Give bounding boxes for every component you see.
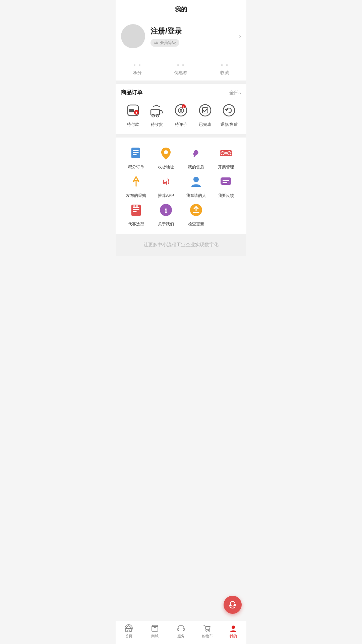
service-about[interactable]: i 关于我们 — [151, 201, 181, 227]
stat-points-value: - - — [116, 61, 159, 68]
services-grid-row3: 代客选型 i 关于我们 检查更新 — [121, 201, 241, 227]
page-title: 我的 — [116, 0, 246, 17]
address-label: 收货地址 — [158, 164, 174, 170]
about-icon: i — [159, 203, 173, 217]
about-label: 关于我们 — [158, 221, 174, 227]
orders-more-arrow: › — [239, 90, 241, 96]
proxy-select-label: 代客选型 — [128, 221, 144, 227]
pending-receive-icon — [149, 103, 164, 118]
service-recommend-app[interactable]: 推荐APP — [151, 173, 181, 199]
svg-text:!: ! — [183, 105, 184, 108]
footer-slogan: 让更多中小流程工业企业实现数字化 — [116, 234, 246, 256]
svg-rect-24 — [225, 152, 227, 154]
completed-label: 已完成 — [199, 122, 211, 127]
orders-section: 商品订单 全部 › ¥ 待付款 — [116, 84, 246, 134]
feedback-icon — [219, 174, 233, 189]
aftersale-icon — [189, 146, 203, 160]
service-points-order[interactable]: 积分订单 — [121, 144, 151, 170]
points-order-label: 积分订单 — [128, 164, 144, 170]
proxy-select-icon-wrap — [127, 201, 145, 219]
order-refund[interactable]: 退款/售后 — [218, 102, 240, 127]
invoice-label: 开票管理 — [218, 164, 234, 170]
orders-title: 商品订单 — [121, 89, 142, 96]
stat-coupons-label: 优惠券 — [159, 70, 202, 76]
avatar — [121, 24, 145, 48]
points-order-icon-wrap — [127, 144, 145, 162]
check-update-label: 检查更新 — [188, 221, 204, 227]
publish-purchase-label: 发布的采购 — [126, 193, 146, 199]
refund-icon-wrap — [220, 102, 238, 119]
profile-section[interactable]: 注册/登录 会员等级 › — [116, 17, 246, 55]
svg-point-20 — [164, 150, 168, 154]
service-invited[interactable]: 我邀请的人 — [181, 173, 211, 199]
invoice-icon — [219, 146, 233, 160]
recommend-app-icon — [159, 174, 173, 189]
svg-text:¥: ¥ — [135, 111, 137, 114]
stat-points[interactable]: - - 积分 — [116, 55, 159, 80]
completed-icon-wrap — [196, 102, 214, 119]
address-icon-wrap — [157, 144, 175, 162]
stat-coupons-value: - - — [159, 61, 202, 68]
pending-pay-icon-wrap: ¥ — [124, 102, 142, 119]
service-feedback[interactable]: 我要反馈 — [211, 173, 241, 199]
svg-rect-17 — [133, 152, 139, 153]
service-check-update[interactable]: 检查更新 — [181, 201, 211, 227]
order-pending-review[interactable]: ! 待评价 — [170, 102, 192, 127]
member-label: 会员等级 — [160, 40, 176, 46]
svg-rect-28 — [223, 180, 229, 181]
stat-favorites-label: 收藏 — [203, 70, 246, 76]
stat-favorites[interactable]: - - 收藏 — [203, 55, 246, 80]
svg-rect-35 — [136, 205, 138, 207]
feedback-icon-wrap — [217, 173, 235, 190]
pending-review-label: 待评价 — [175, 122, 187, 127]
aftersale-label: 我的售后 — [188, 164, 204, 170]
service-publish-purchase[interactable]: 发布的采购 — [121, 173, 151, 199]
pending-receive-label: 待收货 — [151, 122, 163, 127]
svg-rect-32 — [133, 209, 139, 210]
crown-icon — [154, 40, 159, 45]
divider-1 — [116, 80, 246, 84]
divider-2 — [116, 134, 246, 138]
services-grid-row1: 积分订单 收货地址 我的售后 — [121, 144, 241, 170]
profile-name: 注册/登录 — [150, 26, 241, 36]
order-icons-row: ¥ 待付款 待收货 — [121, 102, 241, 134]
order-pending-receive[interactable]: 待收货 — [146, 102, 168, 127]
stat-favorites-value: - - — [203, 61, 246, 68]
points-order-icon — [129, 146, 143, 160]
invited-icon-wrap — [187, 173, 205, 190]
completed-icon — [198, 103, 213, 118]
feedback-label: 我要反馈 — [218, 193, 234, 199]
service-address[interactable]: 收货地址 — [151, 144, 181, 170]
address-icon — [159, 146, 173, 160]
stat-coupons[interactable]: - - 优惠券 — [159, 55, 203, 80]
svg-point-9 — [180, 109, 182, 111]
check-update-icon-wrap — [187, 201, 205, 219]
svg-rect-16 — [133, 150, 139, 151]
publish-purchase-icon — [129, 174, 143, 189]
invited-icon — [189, 174, 203, 189]
svg-rect-1 — [129, 109, 134, 112]
pending-pay-icon: ¥ — [126, 103, 140, 118]
svg-rect-33 — [133, 211, 137, 212]
order-completed[interactable]: 已完成 — [194, 102, 216, 127]
orders-header: 商品订单 全部 › — [121, 89, 241, 96]
stats-section: - - 积分 - - 优惠券 - - 收藏 — [116, 55, 246, 80]
svg-point-14 — [223, 105, 235, 116]
service-proxy-select[interactable]: 代客选型 — [121, 201, 151, 227]
publish-purchase-icon-wrap — [127, 173, 145, 190]
aftersale-icon-wrap — [187, 144, 205, 162]
check-update-icon — [189, 203, 203, 217]
proxy-select-icon — [129, 203, 143, 217]
service-invoice[interactable]: 开票管理 — [211, 144, 241, 170]
pending-pay-label: 待付款 — [127, 122, 139, 127]
service-aftersale[interactable]: 我的售后 — [181, 144, 211, 170]
recommend-app-label: 推荐APP — [158, 193, 174, 199]
order-pending-pay[interactable]: ¥ 待付款 — [122, 102, 144, 127]
stat-points-label: 积分 — [116, 70, 159, 76]
member-badge: 会员等级 — [150, 39, 179, 47]
services-section: 积分订单 收货地址 我的售后 — [116, 138, 246, 234]
svg-point-12 — [199, 105, 211, 116]
svg-rect-34 — [133, 205, 135, 207]
orders-more[interactable]: 全部 › — [229, 90, 241, 96]
pending-review-icon-wrap: ! — [172, 102, 190, 119]
